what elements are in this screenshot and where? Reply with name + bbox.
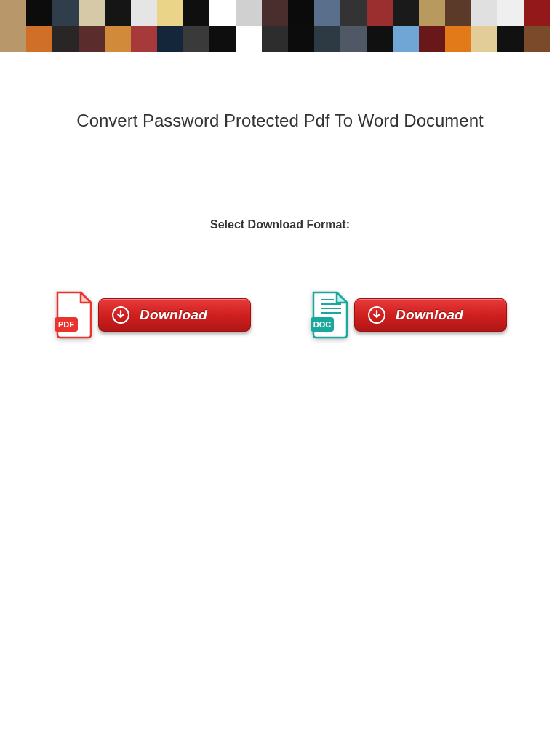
banner-tile [79,26,105,52]
banner-tile [157,26,183,52]
banner-tile [183,0,209,26]
banner-tile [419,26,445,52]
banner-tile [524,0,550,26]
download-doc-label: Download [396,307,463,323]
banner-tile [52,0,79,26]
banner-tile [0,0,26,26]
banner-tile [52,26,79,52]
banner-tile [131,26,157,52]
pdf-download-group: PDF Download [53,290,251,340]
doc-download-group: DOC Download [309,290,507,340]
banner-tile [497,26,524,52]
banner-tile [393,0,419,26]
doc-icon-label: DOC [313,320,332,329]
banner-tile [419,0,445,26]
banner-tile [340,0,367,26]
banner-tile [262,26,288,52]
banner-tile [314,26,340,52]
banner-tile [79,0,105,26]
banner-tile [236,0,262,26]
banner-tile [105,26,131,52]
pdf-icon-label: PDF [58,320,74,329]
banner-tile [497,0,524,26]
banner-tile [183,26,209,52]
banner-tile [340,26,367,52]
banner-tile [131,0,157,26]
banner-tile [209,26,236,52]
banner-tile [445,0,471,26]
download-arrow-icon [112,306,129,324]
content-area: Convert Password Protected Pdf To Word D… [0,52,560,340]
banner-tile [288,0,314,26]
banner-tile [0,26,26,52]
download-pdf-label: Download [140,307,207,323]
page-title: Convert Password Protected Pdf To Word D… [29,111,531,131]
banner-tile [471,0,497,26]
doc-file-icon: DOC [309,290,350,340]
download-row: PDF Download [29,290,531,340]
banner-tile [314,0,340,26]
top-banner [0,0,560,52]
banner-tile [524,26,550,52]
banner-tile [262,0,288,26]
banner-tile [471,26,497,52]
banner-tile [157,0,183,26]
download-doc-button[interactable]: Download [354,298,507,332]
banner-tile [367,26,393,52]
banner-tile [445,26,471,52]
banner-tile [236,26,262,52]
banner-tile [26,26,52,52]
banner-tile [288,26,314,52]
banner-tile [367,0,393,26]
banner-tile [393,26,419,52]
banner-tile [105,0,131,26]
banner-tile [26,0,52,26]
download-pdf-button[interactable]: Download [98,298,251,332]
pdf-file-icon: PDF [53,290,94,340]
format-subtitle: Select Download Format: [29,218,531,231]
banner-tile [209,0,236,26]
download-arrow-icon [368,306,385,324]
